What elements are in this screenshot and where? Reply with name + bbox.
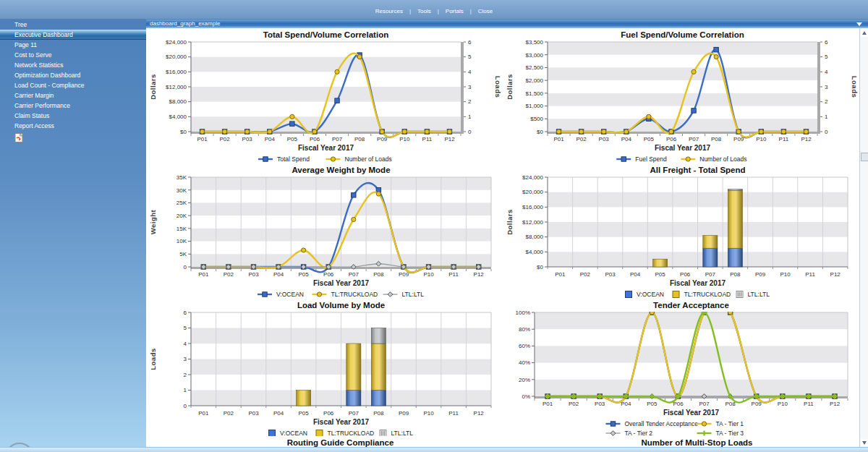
- top-menu-bar: Resources|Tools|Portals|Close: [0, 0, 868, 20]
- svg-text:All Freight - Total Spend: All Freight - Total Spend: [650, 166, 745, 174]
- svg-text:P12: P12: [474, 271, 485, 278]
- menu-item-tools[interactable]: Tools: [411, 8, 438, 14]
- svg-text:$0: $0: [180, 129, 187, 135]
- svg-text:LTL:LTL: LTL:LTL: [402, 291, 425, 298]
- document-icon[interactable]: [14, 133, 23, 142]
- svg-text:P02: P02: [219, 136, 230, 142]
- svg-text:P12: P12: [830, 401, 841, 407]
- svg-text:P05: P05: [647, 401, 658, 407]
- svg-text:25K: 25K: [176, 200, 187, 206]
- svg-text:P01: P01: [555, 271, 566, 278]
- sidebar-item-cost-to-serve[interactable]: Cost to Serve: [0, 50, 146, 60]
- svg-text:2: 2: [184, 372, 187, 378]
- svg-text:6: 6: [825, 39, 828, 46]
- svg-text:P11: P11: [779, 136, 789, 142]
- menu-item-resources[interactable]: Resources: [369, 8, 409, 14]
- sidebar-item-carrier-performance[interactable]: Carrier Performance: [0, 101, 146, 111]
- chart-block-number-of-multi-stop-loads: Number of Multi-Stop Loads: [503, 436, 859, 448]
- scroll-down-button[interactable]: [861, 439, 868, 447]
- svg-text:$0: $0: [537, 264, 543, 270]
- svg-text:$20,000: $20,000: [522, 189, 543, 195]
- svg-text:Tender Acceptance: Tender Acceptance: [653, 301, 729, 310]
- sidebar-item-optimization-dashboard[interactable]: Optimization Dashboard: [0, 70, 146, 80]
- svg-text:P03: P03: [605, 271, 616, 278]
- svg-text:P02: P02: [224, 410, 234, 417]
- svg-text:P08: P08: [711, 136, 722, 142]
- svg-text:Loads: Loads: [149, 348, 157, 370]
- scroll-up-button[interactable]: [861, 29, 868, 37]
- svg-text:P11: P11: [422, 136, 433, 142]
- svg-text:Fuel Spend: Fuel Spend: [635, 155, 667, 163]
- svg-text:P08: P08: [730, 271, 741, 278]
- svg-text:TA - Tier 1: TA - Tier 1: [716, 420, 744, 427]
- svg-text:P01: P01: [197, 136, 208, 142]
- svg-text:TL:TRUCKLOAD: TL:TRUCKLOAD: [684, 291, 731, 298]
- svg-text:P12: P12: [830, 271, 841, 278]
- svg-text:P09: P09: [399, 410, 409, 417]
- chevron-down-icon[interactable]: [856, 22, 862, 26]
- svg-text:P03: P03: [599, 136, 610, 142]
- svg-text:P05: P05: [644, 136, 655, 142]
- svg-text:$0: $0: [537, 129, 543, 135]
- svg-text:Dollars: Dollars: [506, 74, 514, 100]
- sidebar-item-report-access[interactable]: Report Access: [0, 121, 146, 131]
- svg-text:P07: P07: [699, 401, 710, 407]
- sidebar-item-page-11[interactable]: Page 11: [0, 40, 146, 50]
- svg-text:5: 5: [184, 325, 187, 331]
- vertical-scrollbar[interactable]: [859, 28, 868, 448]
- svg-text:4: 4: [184, 341, 187, 347]
- svg-text:P03: P03: [595, 401, 605, 407]
- svg-text:P07: P07: [349, 271, 359, 278]
- sidebar-item-claim-status[interactable]: Claim Status: [0, 111, 146, 121]
- svg-text:Dollars: Dollars: [506, 209, 514, 235]
- menu-item-close[interactable]: Close: [472, 8, 499, 14]
- svg-text:P06: P06: [673, 401, 684, 407]
- svg-text:$16,000: $16,000: [166, 69, 187, 75]
- svg-text:P11: P11: [805, 271, 815, 278]
- svg-text:10K: 10K: [176, 238, 187, 244]
- svg-text:P06: P06: [323, 410, 334, 417]
- svg-text:5: 5: [468, 54, 472, 60]
- window-footer: [0, 447, 868, 452]
- sidebar-item-load-count-compliance[interactable]: Load Count - Compliance: [0, 80, 146, 90]
- svg-text:V:OCEAN: V:OCEAN: [280, 430, 307, 436]
- svg-text:$2,000: $2,000: [526, 77, 544, 84]
- svg-text:P06: P06: [666, 136, 677, 142]
- svg-text:P02: P02: [580, 271, 591, 278]
- svg-text:Fiscal Year 2017: Fiscal Year 2017: [313, 418, 370, 426]
- svg-text:60%: 60%: [519, 343, 530, 349]
- svg-text:$16,000: $16,000: [522, 204, 543, 210]
- chart-block-total-spend-volume-correlation: 0123456Loads$0$4,000$8,000$12,000$16,000…: [146, 28, 503, 163]
- svg-text:TL:TRUCKLOAD: TL:TRUCKLOAD: [328, 430, 375, 436]
- svg-text:$8,000: $8,000: [169, 98, 187, 105]
- svg-text:P01: P01: [198, 410, 209, 417]
- svg-text:6: 6: [468, 39, 472, 46]
- svg-text:P04: P04: [630, 271, 641, 278]
- svg-text:80%: 80%: [519, 326, 530, 333]
- svg-text:P08: P08: [373, 271, 384, 278]
- svg-text:P09: P09: [752, 401, 762, 407]
- menu-item-portals[interactable]: Portals: [439, 8, 470, 14]
- svg-text:TA - Tier 2: TA - Tier 2: [625, 430, 653, 436]
- svg-text:$4,000: $4,000: [169, 114, 187, 120]
- svg-text:$3,000: $3,000: [526, 52, 544, 59]
- svg-text:P05: P05: [298, 271, 309, 278]
- svg-text:P06: P06: [310, 136, 320, 142]
- svg-text:P10: P10: [399, 136, 410, 142]
- svg-text:Fiscal Year 2017: Fiscal Year 2017: [313, 279, 370, 287]
- chart-block-load-volume-by-mode: 0123456LoadsP01P02P03P04P05P06P07P08P09P…: [146, 299, 503, 436]
- svg-text:$1,000: $1,000: [526, 103, 544, 109]
- svg-text:1: 1: [468, 114, 472, 120]
- svg-text:LTL:LTL: LTL:LTL: [391, 430, 414, 436]
- svg-text:$500: $500: [530, 116, 543, 122]
- scrollbar-thumb[interactable]: [861, 153, 868, 161]
- sidebar-item-network-statistics[interactable]: Network Statistics: [0, 60, 146, 70]
- svg-text:$20,000: $20,000: [166, 54, 187, 60]
- svg-text:LTL:LTL: LTL:LTL: [748, 291, 770, 298]
- chart-total-spend-volume-correlation: 0123456Loads$0$4,000$8,000$12,000$16,000…: [146, 28, 503, 163]
- sidebar-item-executive-dashboard[interactable]: Executive Dashboard: [0, 30, 146, 40]
- svg-text:P09: P09: [733, 136, 744, 142]
- svg-text:P05: P05: [655, 271, 665, 278]
- svg-text:$12,000: $12,000: [166, 84, 187, 90]
- sidebar-item-carrier-margin[interactable]: Carrier Margin: [0, 90, 146, 101]
